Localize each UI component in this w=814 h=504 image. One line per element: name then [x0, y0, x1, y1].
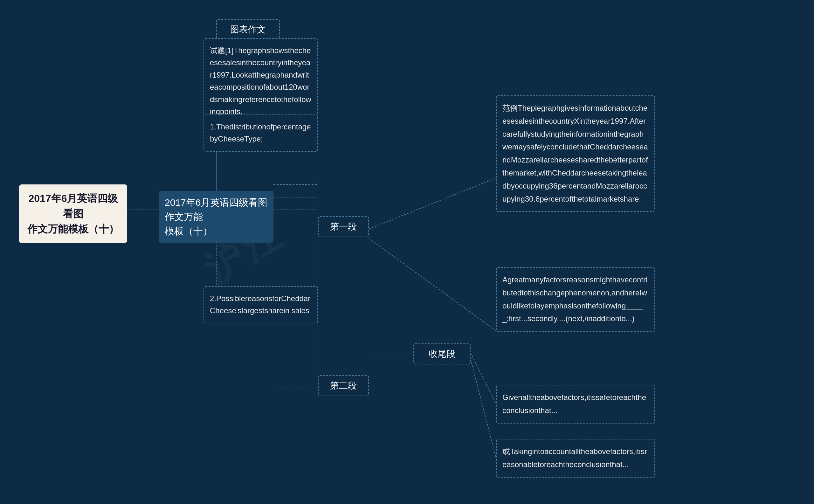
shouwei-label: 收尾段	[429, 349, 455, 359]
given-box: Givenalltheabovefactors,itissafetoreacht…	[496, 385, 655, 424]
taking-text: 或Takingintoaccountalltheabovefactors,iti…	[502, 447, 647, 469]
shiti-text: 试题[1]Thegraphshowsthecheesesalesinthecou…	[210, 46, 311, 116]
level1-label-line2: 模板（十）	[165, 226, 212, 236]
distribution-box: 1.ThedistributionofpercentagebyCheeseTyp…	[203, 114, 318, 152]
duan2-label: 第二段	[330, 381, 357, 390]
root-label-line2: 作文万能模板（十）	[27, 223, 119, 235]
shiti-box: 试题[1]Thegraphshowsthecheesesalesinthecou…	[203, 38, 318, 124]
svg-line-17	[471, 353, 496, 404]
level1-label-line1: 2017年6月英语四级看图作文万能	[165, 197, 267, 222]
tuzuo-label: 图表作文	[230, 24, 266, 34]
reasons-text: 2.PossiblereasonsforCheddarCheese'slarge…	[210, 294, 310, 315]
taking-box: 或Takingintoaccountalltheabovefactors,iti…	[496, 439, 655, 478]
root-node: 2017年6月英语四级看图 作文万能模板（十）	[19, 184, 127, 243]
duan2-category: 第二段	[318, 375, 369, 396]
root-label-line1: 2017年6月英语四级看图	[29, 193, 118, 219]
distribution-text: 1.ThedistributionofpercentagebyCheeseTyp…	[210, 122, 311, 143]
svg-line-16	[369, 238, 496, 331]
factors-box: Agreatmanyfactorsreasonsmighthavecontrib…	[496, 267, 655, 332]
shouwei-category: 收尾段	[413, 343, 471, 364]
level1-node: 2017年6月英语四级看图作文万能 模板（十）	[159, 191, 273, 243]
given-text: Givenalltheabovefactors,itissafetoreacht…	[502, 393, 646, 415]
svg-line-18	[471, 359, 496, 458]
fanli-box: 范例Thepiegraphgivesinformationaboutcheese…	[496, 95, 655, 212]
duan1-category: 第一段	[318, 216, 369, 237]
svg-line-15	[369, 178, 496, 229]
factors-text: Agreatmanyfactorsreasonsmighthavecontrib…	[502, 275, 647, 323]
reasons-box: 2.PossiblereasonsforCheddarCheese'slarge…	[203, 286, 318, 323]
fanli-text: 范例Thepiegraphgivesinformationaboutcheese…	[502, 104, 648, 203]
tuzuo-category: 图表作文	[216, 19, 280, 40]
duan1-label: 第一段	[330, 222, 357, 231]
connector-lines	[0, 0, 814, 504]
